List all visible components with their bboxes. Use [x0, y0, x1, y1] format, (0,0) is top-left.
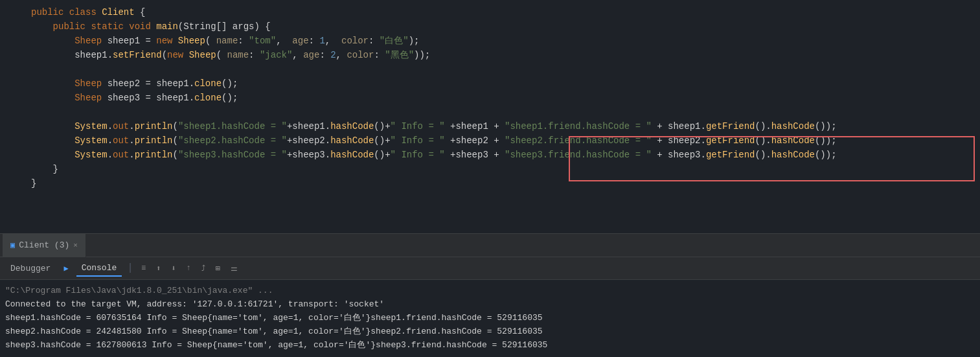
- console-toolbar: Debugger ▶ Console | ≡ ⬆ ⬇ ↑ ⤴ ⊞ ⚌: [0, 257, 980, 280]
- code-line-12: }: [0, 162, 980, 176]
- line-content-11: System.out.println("sheep3.hashCode = "+…: [31, 148, 980, 162]
- console-line-4: sheep2.hashCode = 242481580 Info = Sheep…: [5, 325, 975, 338]
- code-line-1: public class Client {: [0, 5, 980, 19]
- console-line-5: sheep3.hashCode = 1627800613 Info = Shee…: [5, 338, 975, 352]
- tab-close-button[interactable]: ×: [73, 242, 78, 249]
- gutter-marker-8: [0, 105, 5, 119]
- code-line-4: sheep1.setFriend(new Sheep( name: "jack"…: [0, 48, 980, 62]
- tab-label: Client (3): [19, 240, 69, 250]
- console-output: "C:\Program Files\Java\jdk1.8.0_251\bin\…: [0, 280, 980, 357]
- code-line-11: System.out.println("sheep3.hashCode = "+…: [0, 148, 980, 162]
- line-content-10: System.out.println("sheep2.hashCode = "+…: [31, 133, 980, 148]
- console-line-3: sheep1.hashCode = 607635164 Info = Sheep…: [5, 311, 975, 325]
- line-content-4: sheep1.setFriend(new Sheep( name: "jack"…: [31, 48, 980, 62]
- code-editor: public class Client { public static void…: [0, 0, 980, 233]
- line-content-2: public static void main(String[] args) {: [31, 19, 980, 34]
- code-line-8: [0, 105, 980, 119]
- gutter-marker-1: [0, 5, 5, 19]
- line-content-13: }: [31, 176, 980, 190]
- scroll-down-icon[interactable]: ⬇: [168, 262, 178, 275]
- console-icon: ▶: [61, 262, 71, 275]
- scroll-up-icon[interactable]: ⬆: [154, 262, 163, 275]
- console-line-2: Connected to the target VM, address: '12…: [5, 297, 975, 311]
- code-line-3: Sheep sheep1 = new Sheep( name: "tom", a…: [0, 34, 980, 48]
- line-content-6: Sheep sheep2 = sheep1.clone();: [31, 76, 980, 91]
- code-line-7: Sheep sheep3 = sheep1.clone();: [0, 91, 980, 105]
- gutter-marker-6: [0, 76, 5, 91]
- grid-icon[interactable]: ⊞: [213, 262, 223, 275]
- line-content-1: public class Client {: [31, 5, 980, 19]
- line-content-9: System.out.println("sheep1.hashCode = "+…: [31, 119, 980, 133]
- gutter-marker-12: [0, 162, 5, 176]
- tab-bar: ▣ Client (3) ×: [0, 233, 980, 257]
- code-line-13: }: [0, 176, 980, 190]
- tab-file-icon: ▣: [10, 240, 15, 250]
- gutter-marker-3: [0, 34, 5, 48]
- code-line-2: public static void main(String[] args) {: [0, 19, 980, 34]
- gutter-marker-9: [0, 119, 5, 133]
- code-line-10: System.out.println("sheep2.hashCode = "+…: [0, 133, 980, 148]
- line-content-5: [31, 62, 980, 76]
- gutter-marker-10: [0, 133, 5, 148]
- gutter-marker-7: [0, 91, 5, 105]
- gutter-marker-4: [0, 48, 5, 62]
- line-content-3: Sheep sheep1 = new Sheep( name: "tom", a…: [31, 34, 980, 48]
- code-line-5: [0, 62, 980, 76]
- line-content-12: }: [31, 162, 980, 176]
- gutter-marker-11: [0, 148, 5, 162]
- menu-icon[interactable]: ≡: [139, 262, 148, 274]
- console-tab[interactable]: Console: [76, 260, 122, 277]
- code-line-6: Sheep sheep2 = sheep1.clone();: [0, 76, 980, 91]
- gutter-marker-13: [0, 176, 5, 190]
- line-content-8: [31, 105, 980, 119]
- code-line-9: System.out.println("sheep1.hashCode = "+…: [0, 119, 980, 133]
- gutter-marker-2: [0, 19, 5, 34]
- separator-1: |: [127, 262, 133, 274]
- editor-tab[interactable]: ▣ Client (3) ×: [3, 234, 86, 257]
- debugger-tab[interactable]: Debugger: [5, 261, 56, 276]
- settings-icon[interactable]: ⚌: [228, 262, 240, 275]
- gutter-marker-5: [0, 62, 5, 76]
- console-line-1: "C:\Program Files\Java\jdk1.8.0_251\bin\…: [5, 284, 975, 297]
- scroll-top-icon[interactable]: ↑: [184, 262, 194, 274]
- line-content-7: Sheep sheep3 = sheep1.clone();: [31, 91, 980, 105]
- fold-icon[interactable]: ⤴: [199, 262, 208, 275]
